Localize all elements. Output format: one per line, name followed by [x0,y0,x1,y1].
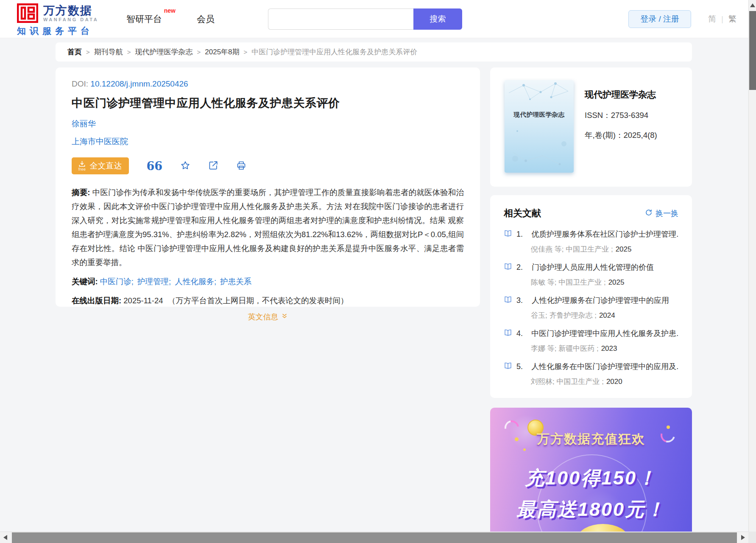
related-item-number: 1. [516,230,527,239]
related-item: 2. 门诊护理人员应用人性化管理的价值 陈敏 等; 中国卫生产业 ;2025 [504,262,678,287]
favorite-button[interactable] [180,160,190,172]
lang-divider: | [721,14,723,24]
scroll-up-arrow-icon[interactable] [750,3,755,7]
vertical-scrollbar-thumb[interactable] [749,11,756,90]
english-info-toggle[interactable]: 英文信息 [72,312,464,322]
wanfang-logo[interactable]: 万方数据 WANFANG DATA 知识服务平台 [17,3,98,37]
related-item: 4. 中医门诊护理管理中应用人性化服务及护患... 李娜 等; 新疆中医药 ;2… [504,328,678,353]
article-actions: free 全文直达 66 [72,157,464,175]
volume-label: 年,卷(期)： [585,131,623,140]
language-switch: 简 | 繁 [708,14,736,25]
book-icon [504,362,512,371]
header-right: 登录 / 注册 简 | 繁 [628,0,736,38]
volume-value: 2025,4(8) [623,131,657,140]
online-date-label: 在线出版日期: [72,296,121,305]
doi-label: DOI: [72,79,88,88]
breadcrumb-home[interactable]: 首页 [67,47,82,57]
wanfang-logo-icon [17,3,38,23]
breadcrumb-separator: > [197,48,201,56]
sidebar: 现代护理医学杂志 现代护理医学杂志 ISSN：2753-6394 年,卷(期)：… [490,67,692,187]
related-literature-card: 相关文献 换一换 1. 优质护 [490,195,692,398]
keyword-separator: ; [131,277,134,286]
abstract-label: 摘要: [72,188,90,197]
related-item-title[interactable]: 中医门诊护理管理中应用人性化服务及护患... [531,328,678,339]
breadcrumb-issue[interactable]: 2025年8期 [205,47,239,57]
brand-name: 万方数据 [43,4,98,17]
related-item-meta: 李娜 等; 新疆中医药 ;2023 [504,344,678,353]
related-item-number: 4. [516,329,527,338]
book-icon [504,263,512,272]
main-nav: 智研平台 new 会员 [126,0,215,38]
journal-cover-title: 现代护理医学杂志 [505,111,574,119]
vertical-scrollbar[interactable] [748,0,756,532]
related-item-meta: 陈敏 等; 中国卫生产业 ;2025 [504,277,678,287]
login-register-button[interactable]: 登录 / 注册 [628,10,691,28]
promo-banner[interactable]: 万方数据充值狂欢 充100得150！ 最高送1800元！ [490,408,692,543]
cite-button[interactable]: 66 [147,160,163,172]
share-icon [208,160,218,172]
refresh-related-button[interactable]: 换一换 [645,208,678,218]
affiliation-link[interactable]: 上海市中医医院 [72,137,128,146]
scroll-left-arrow-icon[interactable] [3,535,7,540]
horizontal-scrollbar-thumb[interactable] [12,532,737,543]
related-item: 3. 人性化护理服务在门诊护理管理中的应用 谷玉; 齐鲁护理杂志 ;2024 [504,295,678,320]
related-item-title[interactable]: 人性化服务在中医门诊护理管理中的应用及... [531,361,678,372]
article-title: 中医门诊护理管理中应用人性化服务及护患关系评价 [72,95,464,111]
keyword-separator: ; [214,277,216,286]
related-item-title[interactable]: 优质护理服务体系在社区门诊护士护理管理... [531,229,678,239]
keyword-link[interactable]: 中医门诊 [100,277,131,286]
lang-traditional[interactable]: 繁 [728,14,736,25]
abstract-text: 中医门诊作为传承和发扬中华传统医学的重要场所，其护理管理工作的质量直接影响着患者… [72,188,464,267]
brand-tagline: 知识服务平台 [17,25,98,37]
related-item-number: 3. [516,296,527,305]
share-button[interactable] [208,160,218,172]
refresh-icon [645,209,653,218]
related-title: 相关文献 [504,207,541,220]
keyword-link[interactable]: 护患关系 [220,277,251,286]
nav-item-zhiyan[interactable]: 智研平台 new [126,13,162,25]
lang-simplified[interactable]: 简 [708,14,716,25]
journal-title: 现代护理医学杂志 [585,89,657,101]
journal-cover[interactable]: 现代护理医学杂志 [505,80,574,173]
print-icon [236,160,246,172]
article-card: DOI: 10.12208/j.jmnm.20250426 中医门诊护理管理中应… [56,67,480,307]
new-badge: new [164,7,176,14]
related-item: 1. 优质护理服务体系在社区门诊护士护理管理... 倪佳燕 等; 中国卫生产业 … [504,229,678,254]
author-link[interactable]: 徐丽华 [72,118,96,129]
book-icon [504,296,512,305]
quote-icon: 66 [147,160,163,172]
related-item: 5. 人性化服务在中医门诊护理管理中的应用及... 刘熙林; 中国卫生产业 ;2… [504,361,678,386]
related-item-meta: 刘熙林; 中国卫生产业 ;2020 [504,377,678,386]
header: 万方数据 WANFANG DATA 知识服务平台 智研平台 new 会员 搜索 … [0,0,756,38]
doi-link[interactable]: 10.12208/j.jmnm.20250426 [90,79,188,88]
confetti-dot [523,448,526,451]
breadcrumb-journal-nav[interactable]: 期刊导航 [94,47,123,57]
horizontal-scrollbar[interactable] [0,532,748,543]
keyword-link[interactable]: 护理管理 [137,277,169,286]
search-button[interactable]: 搜索 [413,8,462,30]
search-box: 搜索 [268,8,462,30]
breadcrumb: 首页 > 期刊导航 > 现代护理医学杂志 > 2025年8期 > 中医门诊护理管… [56,42,692,62]
chevron-double-down-icon [281,313,288,322]
print-button[interactable] [236,160,246,172]
breadcrumb-journal[interactable]: 现代护理医学杂志 [135,47,193,57]
star-icon [180,160,190,172]
fulltext-button[interactable]: free 全文直达 [72,157,129,174]
breadcrumb-current: 中医门诊护理管理中应用人性化服务及护患关系评价 [251,47,417,57]
breadcrumb-separator: > [127,48,131,56]
keyword-link[interactable]: 人性化服务 [175,277,214,286]
breadcrumb-separator: > [244,48,248,56]
promo-offer-line2: 最高送1800元！ [490,497,692,522]
nav-item-member[interactable]: 会员 [197,13,215,25]
breadcrumb-separator: > [86,48,90,56]
related-item-title[interactable]: 门诊护理人员应用人性化管理的价值 [532,262,654,272]
scroll-right-arrow-icon[interactable] [741,535,745,540]
related-item-title[interactable]: 人性化护理服务在门诊护理管理中的应用 [532,295,669,305]
related-item-number: 5. [516,362,527,371]
related-item-meta: 谷玉; 齐鲁护理杂志 ;2024 [504,311,678,320]
issn-value: 2753-6394 [611,111,648,120]
related-item-meta: 倪佳燕 等; 中国卫生产业 ;2025 [504,244,678,254]
scrollbar-corner [748,532,756,543]
search-input[interactable] [268,8,413,30]
promo-headline: 万方数据充值狂欢 [490,431,692,448]
